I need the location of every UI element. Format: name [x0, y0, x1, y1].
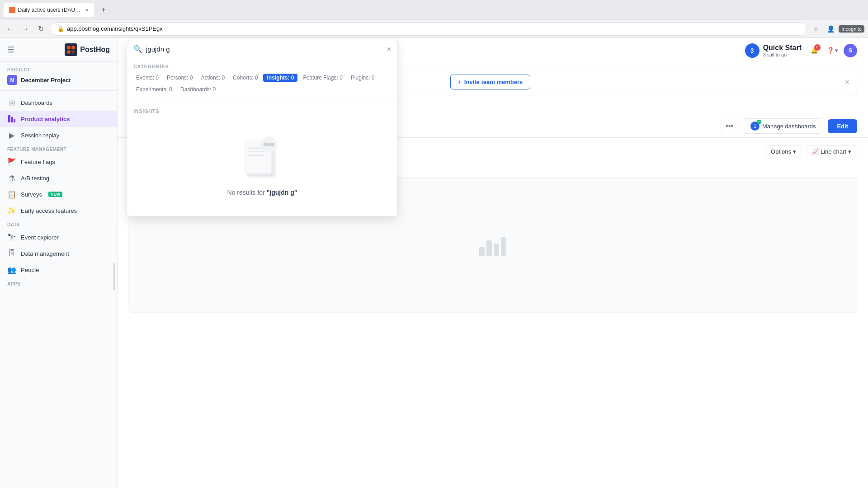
empty-chart-illustration [475, 225, 511, 266]
insights-section: INSIGHTS [127, 103, 397, 216]
forward-button[interactable]: → [19, 23, 32, 35]
no-results-text: No results for "jgujdn g" [227, 189, 297, 196]
svg-rect-17 [248, 155, 264, 156]
category-feature-flags[interactable]: Feature Flags: 0 [300, 74, 345, 82]
browser-tab[interactable]: Daily active users (DAUs) • Prod × [4, 3, 94, 17]
category-insights[interactable]: Insights: 0 [263, 74, 297, 82]
category-actions[interactable]: Actions: 0 [198, 74, 227, 82]
categories-title: CATEGORIES [133, 64, 391, 69]
new-tab-button[interactable]: + [98, 4, 109, 16]
refresh-button[interactable]: ↻ [34, 23, 47, 35]
data-label: DATA [0, 219, 117, 229]
address-bar[interactable]: 🔒 app.posthog.com/insights/qkS1PEgx [50, 22, 807, 36]
category-persons[interactable]: Persons: 0 [164, 74, 195, 82]
apps-label: APPS [0, 278, 117, 288]
search-overlay: 🔍 × CATEGORIES Events: 0 Persons: 0 Acti… [0, 38, 868, 216]
lock-icon: 🔒 [57, 26, 64, 32]
incognito-badge: Incognito [839, 25, 864, 33]
profile-button[interactable]: 👤 [824, 23, 837, 35]
svg-rect-8 [479, 247, 485, 256]
data-management-icon: 🗄 [7, 249, 16, 258]
search-input-row: 🔍 × [127, 40, 397, 58]
search-clear-button[interactable]: × [387, 45, 391, 53]
svg-rect-15 [248, 147, 262, 149]
search-input[interactable] [146, 45, 383, 53]
tab-close-icon[interactable]: × [86, 7, 89, 13]
back-button[interactable]: ← [4, 23, 16, 35]
categories-row-2: Experiments: 0 Dashboards: 0 [133, 85, 391, 94]
people-icon: 👥 [7, 265, 16, 274]
search-icon: 🔍 [133, 45, 142, 53]
address-text: app.posthog.com/insights/qkS1PEgx [67, 25, 163, 32]
no-results-prefix: No results for [227, 189, 267, 196]
browser-nav: ← → ↻ 🔒 app.posthog.com/insights/qkS1PEg… [0, 20, 868, 38]
tab-favicon [9, 7, 15, 13]
browser-chrome: Daily active users (DAUs) • Prod × + [0, 0, 868, 20]
sidebar-item-label: Data management [21, 250, 69, 257]
sidebar-item-label: People [21, 267, 39, 273]
category-cohorts[interactable]: Cohorts: 0 [230, 74, 260, 82]
category-events[interactable]: Events: 0 [133, 74, 161, 82]
sidebar-item-data-management[interactable]: 🗄 Data management [0, 245, 117, 262]
sidebar-item-event-explorer[interactable]: 🔭 Event explorer [0, 229, 117, 245]
sidebar-item-label: Event explorer [21, 234, 59, 241]
insights-section-title: INSIGHTS [133, 108, 391, 114]
sidebar-scrollbar[interactable] [113, 263, 115, 290]
svg-point-19 [264, 143, 267, 146]
no-results-illustration [237, 132, 287, 183]
svg-rect-9 [486, 240, 492, 256]
no-results-container: No results for "jgujdn g" [133, 121, 391, 211]
app: ☰ PostHog PROJECT M December Project [0, 38, 868, 488]
event-explorer-icon: 🔭 [7, 233, 16, 242]
svg-point-20 [267, 143, 271, 146]
svg-point-21 [271, 143, 274, 146]
category-experiments[interactable]: Experiments: 0 [133, 85, 175, 94]
category-dashboards[interactable]: Dashboards: 0 [178, 85, 218, 94]
no-results-query: "jgujdn g" [267, 189, 297, 196]
bookmark-button[interactable]: ☆ [810, 23, 822, 35]
categories-row-1: Events: 0 Persons: 0 Actions: 0 Cohorts:… [133, 74, 391, 82]
tab-title: Daily active users (DAUs) • Prod [18, 7, 81, 13]
category-plugins[interactable]: Plugins: 0 [348, 74, 377, 82]
svg-rect-11 [501, 237, 506, 256]
sidebar-item-people[interactable]: 👥 People [0, 262, 117, 278]
search-categories: CATEGORIES Events: 0 Persons: 0 Actions:… [127, 58, 397, 103]
nav-icons: ☆ 👤 Incognito [810, 23, 864, 35]
search-container: 🔍 × CATEGORIES Events: 0 Persons: 0 Acti… [127, 40, 398, 216]
clear-icon: × [387, 45, 391, 53]
svg-rect-10 [494, 244, 499, 256]
